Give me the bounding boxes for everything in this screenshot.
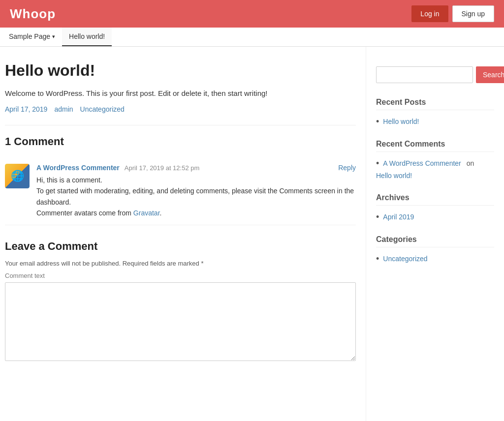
comment-header: A WordPress Commenter April 17, 2019 at … xyxy=(36,164,356,172)
gravatar-link[interactable]: Gravatar xyxy=(133,209,160,217)
categories-list: • Uncategorized xyxy=(376,254,494,263)
avatar-placeholder: 🌐 xyxy=(5,164,30,188)
nav-item-sample-page[interactable]: Sample Page ▾ xyxy=(2,28,62,46)
main-nav: Sample Page ▾ Hello world! xyxy=(0,28,504,47)
post-title: Hello world! xyxy=(5,61,356,80)
categories-title: Categories xyxy=(376,235,494,247)
comment-author[interactable]: A WordPress Commenter xyxy=(36,164,120,172)
recent-posts-section: Recent Posts • Hello world! xyxy=(376,98,494,126)
comments-section: 1 Comment 🌐 A WordPress Commenter April … xyxy=(5,125,356,225)
recent-comments-title: Recent Comments xyxy=(376,140,494,152)
recent-comments-section: Recent Comments • A WordPress Commenter … xyxy=(376,140,494,180)
comment-date: April 17, 2019 at 12:52 pm xyxy=(125,164,200,172)
comment-textarea[interactable] xyxy=(5,282,356,361)
archives-title: Archives xyxy=(376,193,494,206)
list-item: • A WordPress Commenter on Hello world! xyxy=(376,159,494,180)
main-content: Hello world! Welcome to WordPress. This … xyxy=(0,47,366,421)
sidebar-search: Search xyxy=(376,66,494,83)
recent-comments-list: • A WordPress Commenter on Hello world! xyxy=(376,159,494,180)
post-meta: April 17, 2019 admin Uncategorized xyxy=(5,105,356,113)
search-button[interactable]: Search xyxy=(476,66,504,83)
comment-author-info: A WordPress Commenter April 17, 2019 at … xyxy=(36,164,199,172)
list-item: • Uncategorized xyxy=(376,254,494,263)
chevron-down-icon: ▾ xyxy=(52,33,55,40)
comment-text: Hi, this is a comment. To get started wi… xyxy=(36,175,356,219)
search-input[interactable] xyxy=(376,66,473,83)
sidebar: Search Recent Posts • Hello world! Recen… xyxy=(366,47,504,421)
comment: 🌐 A WordPress Commenter April 17, 2019 a… xyxy=(5,158,356,225)
post-category[interactable]: Uncategorized xyxy=(80,105,125,113)
comment-body: A WordPress Commenter April 17, 2019 at … xyxy=(36,164,356,219)
post-author[interactable]: admin xyxy=(54,105,73,113)
list-item: • Hello world! xyxy=(376,117,494,126)
categories-section: Categories • Uncategorized xyxy=(376,235,494,263)
list-item: • April 2019 xyxy=(376,212,494,221)
bullet-icon: • xyxy=(376,254,379,263)
nav-item-hello-world[interactable]: Hello world! xyxy=(62,28,112,46)
leave-comment-section: Leave a Comment Your email address will … xyxy=(5,240,356,362)
site-header: Whoop Log in Sign up xyxy=(0,0,504,28)
category-link[interactable]: Uncategorized xyxy=(383,255,427,263)
archive-link[interactable]: April 2019 xyxy=(383,213,414,221)
reply-link[interactable]: Reply xyxy=(338,164,356,172)
nav-item-label: Hello world! xyxy=(69,32,105,40)
recent-posts-title: Recent Posts xyxy=(376,98,494,110)
signup-button[interactable]: Sign up xyxy=(452,5,494,22)
post-date[interactable]: April 17, 2019 xyxy=(5,105,47,113)
post-body: Welcome to WordPress. This is your first… xyxy=(5,88,356,99)
page-layout: Hello world! Welcome to WordPress. This … xyxy=(0,47,504,421)
leave-comment-title: Leave a Comment xyxy=(5,240,356,253)
recent-post-link[interactable]: Hello world! xyxy=(383,118,419,125)
comment-label: Comment text xyxy=(5,272,356,279)
site-title: Whoop xyxy=(10,6,56,22)
commenter-avatar: 🌐 xyxy=(5,164,30,188)
comment-line-2: To get started with moderating, editing,… xyxy=(36,185,356,208)
comment-conjunction: on xyxy=(467,159,474,167)
bullet-icon: • xyxy=(376,117,379,126)
archives-section: Archives • April 2019 xyxy=(376,193,494,221)
recent-posts-list: • Hello world! xyxy=(376,117,494,126)
recent-comment-author[interactable]: A WordPress Commenter xyxy=(383,159,461,167)
comment-line-1: Hi, this is a comment. xyxy=(36,175,356,185)
login-button[interactable]: Log in xyxy=(411,5,448,22)
recent-comment-post[interactable]: Hello world! xyxy=(376,172,412,180)
bullet-icon: • xyxy=(376,159,379,168)
nav-item-label: Sample Page xyxy=(9,32,50,40)
comment-notice: Your email address will not be published… xyxy=(5,260,356,267)
archives-list: • April 2019 xyxy=(376,212,494,221)
comments-title: 1 Comment xyxy=(5,135,356,148)
comment-line-3: Commenter avatars come from Gravatar. xyxy=(36,208,356,218)
bullet-icon: • xyxy=(376,212,379,221)
header-buttons: Log in Sign up xyxy=(411,5,494,22)
